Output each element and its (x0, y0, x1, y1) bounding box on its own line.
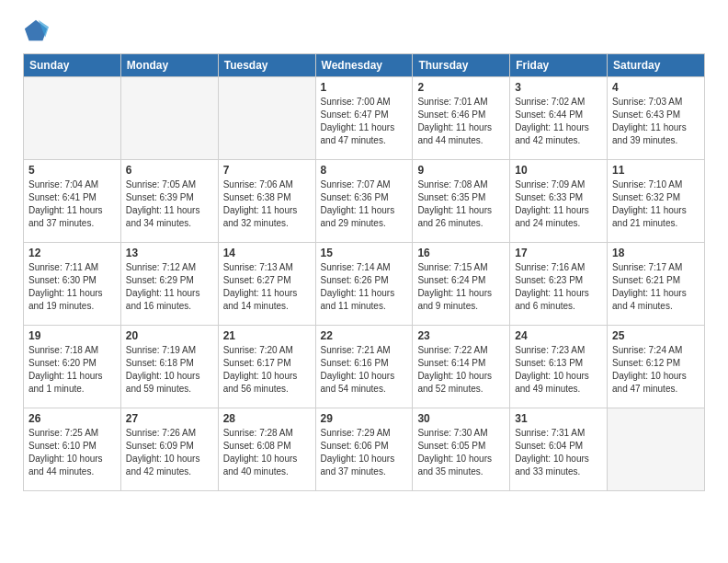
calendar-cell: 18Sunrise: 7:17 AMSunset: 6:21 PMDayligh… (608, 243, 705, 326)
day-info: Sunrise: 7:22 AMSunset: 6:14 PMDaylight:… (417, 344, 505, 396)
day-number: 8 (321, 164, 408, 177)
day-number: 2 (417, 81, 505, 94)
day-number: 20 (126, 329, 213, 342)
day-number: 14 (223, 247, 311, 259)
calendar-cell: 16Sunrise: 7:15 AMSunset: 6:24 PMDayligh… (413, 243, 510, 326)
day-number: 16 (417, 247, 505, 259)
day-info: Sunrise: 7:30 AMSunset: 6:05 PMDaylight:… (417, 427, 505, 478)
day-info: Sunrise: 7:18 AMSunset: 6:20 PMDaylight:… (28, 344, 116, 396)
weekday-header-wednesday: Wednesday (315, 54, 413, 77)
day-number: 26 (28, 412, 116, 425)
day-info: Sunrise: 7:07 AMSunset: 6:36 PMDaylight:… (321, 178, 408, 230)
day-info: Sunrise: 7:20 AMSunset: 6:17 PMDaylight:… (223, 344, 311, 396)
calendar-cell: 26Sunrise: 7:25 AMSunset: 6:10 PMDayligh… (24, 408, 121, 491)
day-number: 1 (321, 81, 408, 94)
day-number: 12 (28, 247, 116, 259)
day-info: Sunrise: 7:15 AMSunset: 6:24 PMDaylight:… (417, 261, 505, 313)
calendar-cell: 8Sunrise: 7:07 AMSunset: 6:36 PMDaylight… (315, 160, 413, 243)
weekday-header-sunday: Sunday (24, 54, 121, 77)
page-container: SundayMondayTuesdayWednesdayThursdayFrid… (9, 9, 719, 491)
page-header (9, 9, 719, 49)
calendar-cell: 23Sunrise: 7:22 AMSunset: 6:14 PMDayligh… (413, 326, 510, 408)
day-number: 13 (126, 247, 213, 259)
calendar-cell: 22Sunrise: 7:21 AMSunset: 6:16 PMDayligh… (315, 326, 413, 408)
calendar-cell: 12Sunrise: 7:11 AMSunset: 6:30 PMDayligh… (24, 243, 121, 326)
day-number: 11 (612, 164, 700, 177)
day-number: 18 (612, 247, 700, 259)
day-number: 15 (321, 247, 408, 259)
day-info: Sunrise: 7:14 AMSunset: 6:26 PMDaylight:… (321, 261, 408, 313)
day-number: 5 (28, 164, 116, 177)
calendar-cell: 1Sunrise: 7:00 AMSunset: 6:47 PMDaylight… (315, 77, 413, 160)
weekday-header-row: SundayMondayTuesdayWednesdayThursdayFrid… (24, 54, 705, 77)
calendar-cell (24, 77, 121, 160)
day-info: Sunrise: 7:09 AMSunset: 6:33 PMDaylight:… (515, 178, 602, 230)
day-info: Sunrise: 7:00 AMSunset: 6:47 PMDaylight:… (321, 96, 408, 147)
day-info: Sunrise: 7:31 AMSunset: 6:04 PMDaylight:… (515, 427, 602, 478)
day-info: Sunrise: 7:21 AMSunset: 6:16 PMDaylight:… (321, 344, 408, 396)
week-row-2: 5Sunrise: 7:04 AMSunset: 6:41 PMDaylight… (24, 160, 705, 243)
calendar-table: SundayMondayTuesdayWednesdayThursdayFrid… (23, 53, 705, 491)
day-info: Sunrise: 7:01 AMSunset: 6:46 PMDaylight:… (417, 96, 505, 147)
weekday-header-monday: Monday (120, 54, 218, 77)
day-number: 4 (612, 81, 700, 94)
day-info: Sunrise: 7:16 AMSunset: 6:23 PMDaylight:… (515, 261, 602, 313)
day-number: 10 (515, 164, 602, 177)
day-number: 3 (515, 81, 602, 94)
day-number: 24 (515, 329, 602, 342)
calendar-cell: 7Sunrise: 7:06 AMSunset: 6:38 PMDaylight… (218, 160, 315, 243)
day-info: Sunrise: 7:13 AMSunset: 6:27 PMDaylight:… (223, 261, 311, 313)
day-info: Sunrise: 7:29 AMSunset: 6:06 PMDaylight:… (321, 427, 408, 478)
calendar-cell: 9Sunrise: 7:08 AMSunset: 6:35 PMDaylight… (413, 160, 510, 243)
calendar-cell: 31Sunrise: 7:31 AMSunset: 6:04 PMDayligh… (510, 408, 608, 491)
day-info: Sunrise: 7:28 AMSunset: 6:08 PMDaylight:… (223, 427, 311, 478)
day-info: Sunrise: 7:23 AMSunset: 6:13 PMDaylight:… (515, 344, 602, 396)
day-info: Sunrise: 7:06 AMSunset: 6:38 PMDaylight:… (223, 178, 311, 230)
day-number: 6 (126, 164, 213, 177)
logo-icon (23, 18, 49, 44)
calendar-cell: 29Sunrise: 7:29 AMSunset: 6:06 PMDayligh… (315, 408, 413, 491)
day-number: 23 (417, 329, 505, 342)
day-info: Sunrise: 7:24 AMSunset: 6:12 PMDaylight:… (612, 344, 700, 396)
calendar-cell: 13Sunrise: 7:12 AMSunset: 6:29 PMDayligh… (120, 243, 218, 326)
day-info: Sunrise: 7:26 AMSunset: 6:09 PMDaylight:… (126, 427, 213, 478)
day-info: Sunrise: 7:02 AMSunset: 6:44 PMDaylight:… (515, 96, 602, 147)
calendar-cell: 25Sunrise: 7:24 AMSunset: 6:12 PMDayligh… (608, 326, 705, 408)
calendar-cell: 10Sunrise: 7:09 AMSunset: 6:33 PMDayligh… (510, 160, 608, 243)
calendar-cell (120, 77, 218, 160)
calendar-cell: 30Sunrise: 7:30 AMSunset: 6:05 PMDayligh… (413, 408, 510, 491)
calendar-cell: 6Sunrise: 7:05 AMSunset: 6:39 PMDaylight… (120, 160, 218, 243)
week-row-4: 19Sunrise: 7:18 AMSunset: 6:20 PMDayligh… (24, 326, 705, 408)
calendar-cell: 5Sunrise: 7:04 AMSunset: 6:41 PMDaylight… (24, 160, 121, 243)
day-info: Sunrise: 7:05 AMSunset: 6:39 PMDaylight:… (126, 178, 213, 230)
calendar-cell: 17Sunrise: 7:16 AMSunset: 6:23 PMDayligh… (510, 243, 608, 326)
day-info: Sunrise: 7:17 AMSunset: 6:21 PMDaylight:… (612, 261, 700, 313)
calendar-cell: 4Sunrise: 7:03 AMSunset: 6:43 PMDaylight… (608, 77, 705, 160)
day-info: Sunrise: 7:19 AMSunset: 6:18 PMDaylight:… (126, 344, 213, 396)
day-info: Sunrise: 7:11 AMSunset: 6:30 PMDaylight:… (28, 261, 116, 313)
calendar-cell: 11Sunrise: 7:10 AMSunset: 6:32 PMDayligh… (608, 160, 705, 243)
calendar-cell: 28Sunrise: 7:28 AMSunset: 6:08 PMDayligh… (218, 408, 315, 491)
day-number: 29 (321, 412, 408, 425)
calendar-cell (608, 408, 705, 491)
calendar-cell: 2Sunrise: 7:01 AMSunset: 6:46 PMDaylight… (413, 77, 510, 160)
day-number: 21 (223, 329, 311, 342)
calendar-cell: 14Sunrise: 7:13 AMSunset: 6:27 PMDayligh… (218, 243, 315, 326)
day-info: Sunrise: 7:08 AMSunset: 6:35 PMDaylight:… (417, 178, 505, 230)
calendar-cell: 15Sunrise: 7:14 AMSunset: 6:26 PMDayligh… (315, 243, 413, 326)
day-number: 30 (417, 412, 505, 425)
day-info: Sunrise: 7:04 AMSunset: 6:41 PMDaylight:… (28, 178, 116, 230)
day-number: 9 (417, 164, 505, 177)
day-info: Sunrise: 7:10 AMSunset: 6:32 PMDaylight:… (612, 178, 700, 230)
day-number: 22 (321, 329, 408, 342)
day-number: 19 (28, 329, 116, 342)
week-row-1: 1Sunrise: 7:00 AMSunset: 6:47 PMDaylight… (24, 77, 705, 160)
day-info: Sunrise: 7:12 AMSunset: 6:29 PMDaylight:… (126, 261, 213, 313)
day-info: Sunrise: 7:03 AMSunset: 6:43 PMDaylight:… (612, 96, 700, 147)
day-number: 7 (223, 164, 311, 177)
day-number: 17 (515, 247, 602, 259)
calendar-cell: 24Sunrise: 7:23 AMSunset: 6:13 PMDayligh… (510, 326, 608, 408)
weekday-header-thursday: Thursday (413, 54, 510, 77)
day-info: Sunrise: 7:25 AMSunset: 6:10 PMDaylight:… (28, 427, 116, 478)
calendar-cell (218, 77, 315, 160)
